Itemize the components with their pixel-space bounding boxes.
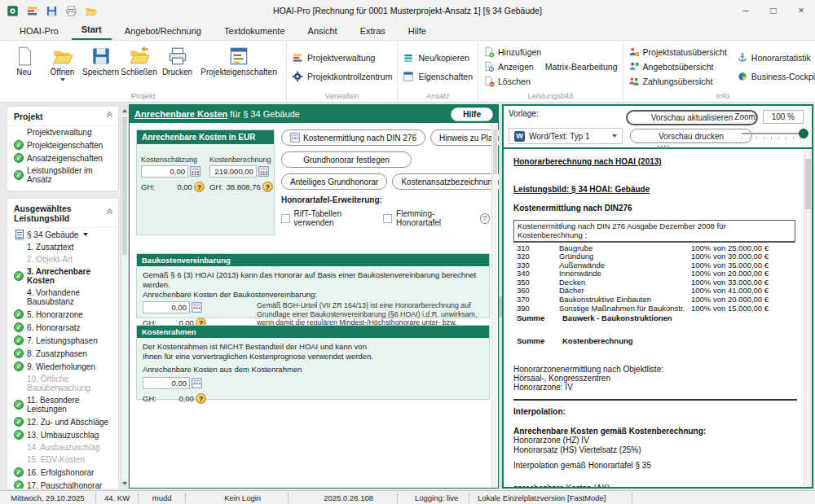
projektverwaltung-button[interactable]: Projektverwaltung	[292, 52, 392, 64]
kostenermittlung-din276-button[interactable]: Kostenermittlung nach DIN 276	[281, 129, 425, 146]
loeschen-button[interactable]: Löschen	[483, 76, 618, 87]
schliessen-button[interactable]: Schließen	[120, 43, 158, 77]
honorartafel-erweiterung-title: Honorartafel-Erweiterung:	[281, 195, 490, 204]
angebotsuebersicht-button[interactable]: Angebotsübersicht	[628, 61, 727, 72]
sidebar-item-leistungsbilder-im-ansatz[interactable]: ✓Leistungsbilder im Ansatz	[7, 164, 118, 186]
tab-hoai-pro[interactable]: HOAI-Pro	[10, 23, 68, 40]
sidebar-item-honorarsatz[interactable]: ✓6. Honorarsatz	[7, 321, 118, 334]
tab-hilfe[interactable]: Hilfe	[399, 23, 436, 40]
tab-ansicht[interactable]: Ansicht	[298, 23, 347, 40]
sidebar-item-erfolgshonorar[interactable]: ✓16. Erfolgshonorar	[7, 466, 118, 479]
grundhonorar-festlegen-button[interactable]: Grundhonorar festlegen	[281, 151, 412, 168]
zahlungsuebersicht-button[interactable]: Zahlungsübersicht	[628, 76, 727, 87]
sidebar: Projekt Projektverwaltung ✓Projekteigens…	[7, 106, 119, 489]
help-badge-icon[interactable]: ?	[262, 182, 273, 192]
sidebar-item-projektverwaltung[interactable]: Projektverwaltung	[7, 126, 118, 138]
sidebar-item-leistungsphasen[interactable]: ✓7. Leistungsphasen	[7, 334, 118, 347]
sidebar-item-vorhandene-bausubstanz[interactable]: 4. Vorhandene Bausubstanz	[7, 287, 118, 308]
anzeigen-button[interactable]: Anzeigen	[483, 61, 534, 72]
scroll-up-icon[interactable]	[121, 107, 128, 115]
flemming-checkbox[interactable]	[383, 214, 392, 223]
zoom-slider[interactable]	[742, 133, 805, 134]
oeffnen-button[interactable]: Öffnen	[43, 43, 82, 81]
sidebar-item-ausbauzuschlag[interactable]: 14. Ausbauzuschlag	[7, 441, 118, 454]
vorlage-dropdown[interactable]: W Word/Text: Typ 1	[509, 128, 623, 144]
sidebar-item-umbauzuschlag[interactable]: ✓13. Umbauzuschlag	[7, 428, 118, 441]
projektkontrollzentrum-button[interactable]: Projektkontrollzentrum	[292, 71, 392, 82]
status-user: mudd	[139, 493, 186, 503]
close-button[interactable]: ×	[787, 0, 815, 21]
kostenrahmen-input[interactable]: 0,00	[143, 377, 190, 389]
hilfe-button[interactable]: Hilfe	[451, 107, 493, 121]
help-badge-icon[interactable]: ?	[196, 393, 206, 404]
minimize-button[interactable]: –	[732, 0, 760, 21]
sidebar-item-objekt-art[interactable]: 2. Objekt-Art	[7, 253, 118, 265]
hz-line: Honorarzone (HZ) IV	[513, 436, 800, 445]
sidebar-item-ansatzeigenschaften[interactable]: ✓Ansatzeigenschaften	[7, 151, 118, 164]
collapse-icon[interactable]	[108, 114, 112, 119]
tab-extras[interactable]: Extras	[350, 23, 395, 40]
kostenschaetzung-input[interactable]: 0,00	[141, 165, 188, 177]
collapse-icon[interactable]	[108, 211, 112, 216]
scrollbar-thumb[interactable]	[122, 116, 127, 255]
table-row: 310Baugrube100% von 25.000,00 €	[517, 243, 797, 252]
sidebar-item-besondere-leistungen[interactable]: ✓11. Besondere Leistungen	[7, 394, 118, 415]
anteiliges-grundhonorar-button[interactable]: Anteiliges Grundhonorar	[281, 173, 387, 190]
open-folder-icon[interactable]	[85, 5, 97, 17]
question-circle-icon[interactable]: ?	[480, 213, 490, 224]
gear-icon	[292, 71, 303, 82]
eigenschaften-button[interactable]: Eigenschaften	[403, 71, 473, 82]
projektstatusuebersicht-button[interactable]: Projektstatusübersicht	[628, 46, 727, 58]
check-icon: ✓	[14, 271, 24, 281]
honorarstatistik-button[interactable]: Honorarstatistik	[737, 52, 815, 64]
tab-angebot-rechnung[interactable]: Angebot/Rechnung	[115, 23, 211, 40]
slider-knob[interactable]	[799, 129, 808, 138]
scroll-down-icon[interactable]	[121, 480, 128, 488]
sidebar-scrollbar[interactable]	[121, 106, 129, 489]
sidebar-item-wiederholungen[interactable]: ✓9. Wiederholungen	[7, 360, 118, 373]
calculator-icon[interactable]	[258, 166, 269, 177]
print-icon[interactable]	[65, 5, 77, 17]
tab-textdokumente[interactable]: Textdokumente	[214, 23, 295, 40]
scrollbar-thumb[interactable]	[493, 129, 497, 174]
calculator-icon[interactable]	[192, 302, 202, 313]
sidebar-item-oertliche-bauueberwachung[interactable]: 10. Örtliche Bauüberwachung	[7, 373, 118, 394]
main-panel-scrollbar[interactable]	[491, 123, 498, 488]
hinzufuegen-button[interactable]: Hinzufügen	[483, 46, 618, 58]
sidebar-item-edv-kosten[interactable]: 15. EDV-Kosten	[7, 454, 118, 466]
card-title: Anrechenbare Kosten in EUR	[137, 130, 274, 144]
rift-tabellen-checkbox[interactable]	[281, 214, 290, 223]
vorschau-drucken-button[interactable]: Vorschau drucken	[630, 129, 752, 143]
help-badge-icon[interactable]: ?	[194, 182, 205, 192]
new-document-icon	[14, 46, 35, 67]
neu-kopieren-button[interactable]: Neu/kopieren	[403, 52, 473, 64]
scrollbar-thumb[interactable]	[805, 159, 811, 209]
speichern-button[interactable]: Speichern	[82, 43, 120, 77]
projekteigenschaften-button[interactable]: Projekteigenschaften	[196, 43, 281, 77]
sidebar-item-zu-und-abschlaege[interactable]: ✓12. Zu- und Abschläge	[7, 415, 118, 428]
sidebar-item-zusatztext[interactable]: 1. Zusatztext	[7, 241, 118, 253]
kostenberechnung-input[interactable]: 219.000,00	[209, 165, 257, 177]
maximize-button[interactable]: □	[760, 0, 787, 21]
baukosten-input[interactable]: 0,00	[143, 301, 190, 313]
sidebar-item-paragraph-34-gebaeude[interactable]: § 34 Gebäude	[7, 228, 118, 241]
drucken-button[interactable]: Drucken	[158, 43, 196, 77]
project-list-icon[interactable]	[26, 5, 38, 17]
business-cockpit-button[interactable]: Business-Cockpit	[737, 71, 815, 82]
calculator-icon[interactable]	[192, 378, 202, 388]
sidebar-item-projekteigenschaften[interactable]: ✓Projekteigenschaften	[7, 138, 118, 151]
preview-scrollbar[interactable]	[804, 151, 812, 487]
tab-start[interactable]: Start	[72, 21, 112, 40]
sidebar-item-honorarzone[interactable]: ✓5. Honorarzone	[7, 308, 118, 321]
neu-button[interactable]: Neu	[5, 43, 43, 77]
matrix-bearbeitung-button[interactable]: Matrix-Bearbeitung	[545, 62, 618, 72]
sidebar-item-zusatzphasen[interactable]: ✓8. Zusatzphasen	[7, 347, 118, 360]
sidebar-item-anrechenbare-kosten[interactable]: ✓3. Anrechenbare Kosten	[7, 265, 118, 287]
title-bar: HOAI-Pro [Rechnung für 0001 Musterprojek…	[0, 0, 815, 21]
calculator-icon[interactable]	[190, 166, 200, 177]
toolbar-grip[interactable]	[658, 146, 669, 148]
save-icon[interactable]	[46, 5, 58, 17]
sidebar-item-pauschalhonorar[interactable]: ✓17. Pauschalhonorar	[7, 479, 118, 489]
vorlage-value: Word/Text: Typ 1	[529, 132, 590, 141]
check-icon: ✓	[14, 140, 24, 150]
